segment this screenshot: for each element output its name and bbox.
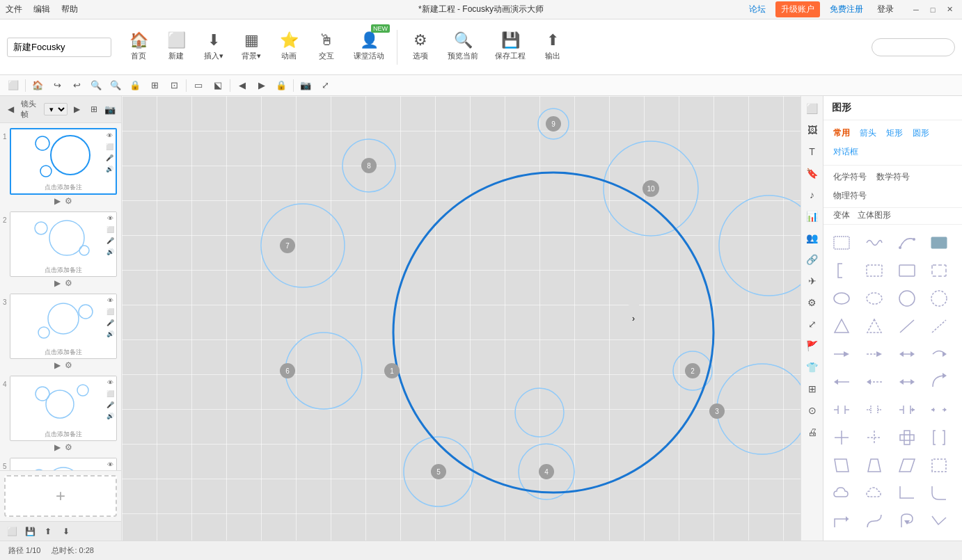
tb2-home-btn[interactable]: 🏠	[29, 77, 47, 94]
shape-subcat-physics[interactable]: 物理符号	[830, 189, 869, 203]
shape-dashed-arrow[interactable]	[862, 342, 887, 367]
slides-prev-btn[interactable]: ◀	[4, 102, 18, 117]
slide-eye-icon-3[interactable]: 👁	[105, 296, 115, 305]
shape-elbow[interactable]	[829, 509, 854, 534]
shape-dashed-circle[interactable]	[926, 286, 952, 311]
slide-item-3[interactable]: 3 × 👁 ⬜ 🎤 🔊	[0, 291, 121, 374]
slide-speaker-icon-1[interactable]: 🔊	[104, 164, 114, 174]
print-panel-icon[interactable]: 🖨	[803, 422, 822, 442]
layers-panel-icon[interactable]: ⊙	[803, 401, 822, 420]
flag-panel-icon[interactable]: 🚩	[803, 336, 822, 355]
shape-dashed-rect[interactable]	[862, 258, 887, 283]
shape-corner[interactable]	[894, 481, 920, 506]
tb2-expand-btn[interactable]: ⤢	[316, 77, 334, 94]
shape-arrow-left[interactable]	[829, 369, 854, 394]
shape-arrow-right[interactable]	[829, 342, 854, 367]
slide-item-5[interactable]: 5 × 👁 ⬜ 🎤 🔊	[0, 456, 121, 470]
shape-cross2[interactable]	[862, 425, 887, 450]
shape-dashed-ellipse[interactable]	[862, 286, 887, 311]
minimize-button[interactable]: ─	[909, 3, 923, 17]
toolbar-animation[interactable]: ⭐ 动画	[271, 23, 306, 72]
slides-bottom-btn3[interactable]: ⬆	[40, 524, 56, 539]
camera-button[interactable]: 📷	[103, 102, 117, 117]
shape-filled-rect[interactable]	[926, 230, 952, 255]
shape-parallelogram[interactable]	[829, 453, 854, 478]
shape-cat-rect[interactable]: 矩形	[883, 126, 906, 141]
slide-frame-icon-4[interactable]: ⬜	[105, 389, 115, 399]
toolbar-preview[interactable]: 🔍 预览当前	[441, 23, 485, 72]
shape-ellipse[interactable]	[829, 286, 854, 311]
shape-connector3[interactable]	[894, 397, 920, 422]
close-button[interactable]: ✕	[943, 3, 956, 17]
slide-mic-icon-1[interactable]: 🎤	[104, 153, 114, 163]
shape-cloud2[interactable]	[862, 481, 887, 506]
slide-item-2[interactable]: 2 × 👁 ⬜ 🎤 🔊	[0, 209, 121, 291]
shape-cloud[interactable]	[829, 481, 854, 506]
tb2-grid-btn[interactable]: ⊞	[145, 77, 164, 94]
toolbar-background[interactable]: ▦ 背景▾	[234, 23, 269, 72]
link-panel-icon[interactable]: 🔗	[803, 250, 822, 269]
slides-bottom-btn4[interactable]: ⬇	[58, 524, 74, 539]
shape-bracket-left[interactable]	[829, 258, 854, 283]
slide-settings-4[interactable]: ⚙	[65, 442, 72, 452]
menu-edit[interactable]: 编辑	[33, 3, 50, 15]
shape-zigzag[interactable]	[926, 509, 952, 534]
settings-panel-icon[interactable]: ⚙	[803, 293, 822, 312]
slide-settings-1[interactable]: ⚙	[65, 196, 72, 206]
slide-settings-2[interactable]: ⚙	[65, 278, 72, 288]
shape-dashed-arrow-left[interactable]	[862, 369, 887, 394]
slide-play-4[interactable]: ▶	[54, 442, 61, 452]
table-panel-icon[interactable]: ⊞	[803, 379, 822, 399]
plane-panel-icon[interactable]: ✈	[803, 271, 822, 291]
resize-panel-icon[interactable]: ⤢	[803, 314, 822, 334]
slides-view-btn[interactable]: ⊞	[87, 102, 101, 117]
slide-frame-icon-2[interactable]: ⬜	[105, 225, 115, 234]
music-panel-icon[interactable]: ♪	[803, 185, 822, 205]
shape-rect-outline[interactable]	[894, 258, 920, 283]
shape-double-arrow[interactable]	[894, 342, 920, 367]
slide-frame-icon-1[interactable]: ⬜	[104, 142, 114, 152]
slide-eye-icon-5[interactable]: 👁	[105, 460, 115, 470]
tb2-next-btn[interactable]: ▶	[253, 77, 271, 94]
menu-help[interactable]: 帮助	[61, 3, 78, 15]
shape-arc-arrow[interactable]	[926, 369, 952, 394]
slide-label-1[interactable]: 点击添加备注	[11, 182, 116, 193]
slide-eye-icon-4[interactable]: 👁	[105, 378, 115, 387]
project-name-input[interactable]	[7, 38, 111, 57]
shape-diagonal[interactable]	[894, 314, 920, 339]
text-panel-icon[interactable]: T	[803, 142, 822, 161]
slide-play-2[interactable]: ▶	[54, 278, 61, 288]
tb2-lock2-btn[interactable]: 🔒	[272, 77, 290, 94]
shape-connector4[interactable]	[926, 397, 952, 422]
canvas-area[interactable]: 9 8 7 10 1 6 2 5	[122, 96, 801, 541]
toolbar-classroom[interactable]: NEW 👤 课堂活动	[347, 23, 391, 72]
circle-5b[interactable]	[515, 388, 564, 437]
tb2-frame-btn[interactable]: ⬜	[4, 77, 22, 94]
slide-frame-icon-3[interactable]: ⬜	[105, 307, 115, 317]
circle-7[interactable]	[261, 204, 345, 287]
shape-cat-dialog[interactable]: 对话框	[830, 145, 861, 159]
forum-link[interactable]: 论坛	[745, 2, 770, 17]
slide-speaker-icon-2[interactable]: 🔊	[105, 247, 115, 257]
shape-hook[interactable]	[894, 509, 920, 534]
shape-curve[interactable]	[894, 230, 920, 255]
tshirt-panel-icon[interactable]: 👕	[803, 358, 822, 377]
slide-eye-icon-1[interactable]: 👁	[104, 131, 114, 141]
slides-next-btn[interactable]: ▶	[70, 102, 84, 117]
slide-mic-icon-3[interactable]: 🎤	[105, 318, 115, 328]
tb2-undo-btn[interactable]: ↪	[48, 77, 66, 94]
frame-select[interactable]: ▾	[44, 103, 68, 115]
slides-bottom-btn2[interactable]: 💾	[22, 524, 38, 539]
shape-cat-common[interactable]: 常用	[830, 126, 853, 141]
slide-play-1[interactable]: ▶	[54, 196, 61, 206]
tb2-rect-btn[interactable]: ▭	[189, 77, 207, 94]
shape-trapezoid2[interactable]	[926, 453, 952, 478]
shape-triangle[interactable]	[829, 314, 854, 339]
bookmark-panel-icon[interactable]: 🔖	[803, 163, 822, 183]
shape-cat-circle[interactable]: 圆形	[910, 126, 932, 141]
image-panel-icon[interactable]: 🖼	[803, 120, 822, 140]
shape-select-rect[interactable]	[829, 230, 854, 255]
shape-double-arrow2[interactable]	[894, 369, 920, 394]
toolbar-new[interactable]: ⬜ 新建	[159, 23, 194, 72]
shape-parallelogram2[interactable]	[894, 453, 920, 478]
